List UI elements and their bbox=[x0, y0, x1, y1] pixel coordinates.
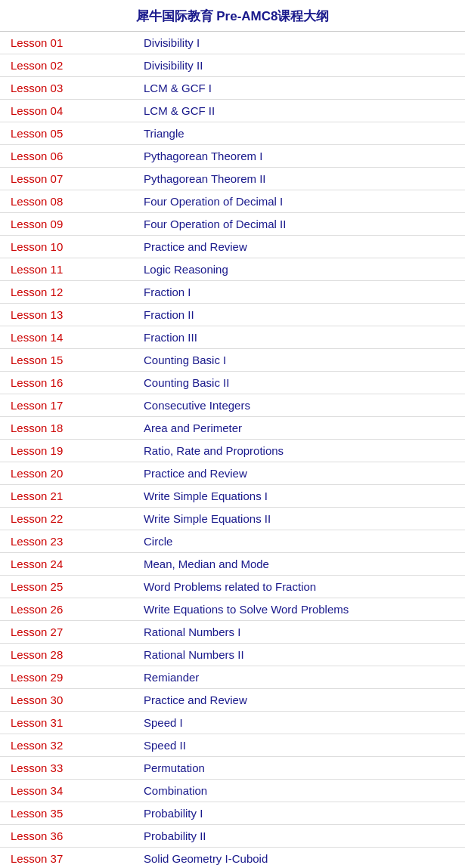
lesson-topic: Area and Perimeter bbox=[136, 417, 465, 440]
lesson-number: Lesson 26 bbox=[0, 598, 136, 621]
table-row: Lesson 13Fraction II bbox=[0, 304, 465, 326]
lesson-topic: LCM & GCF I bbox=[136, 77, 465, 100]
lesson-number: Lesson 18 bbox=[0, 417, 136, 440]
lesson-number: Lesson 05 bbox=[0, 122, 136, 145]
table-row: Lesson 28Rational Numbers II bbox=[0, 644, 465, 666]
lesson-number: Lesson 36 bbox=[0, 825, 136, 848]
lesson-number: Lesson 34 bbox=[0, 780, 136, 802]
table-row: Lesson 06Pythagorean Theorem I bbox=[0, 145, 465, 168]
lesson-topic: Triangle bbox=[136, 122, 465, 145]
lesson-number: Lesson 08 bbox=[0, 190, 136, 213]
lesson-topic: Rational Numbers II bbox=[136, 644, 465, 666]
table-row: Lesson 19Ratio, Rate and Proprotions bbox=[0, 440, 465, 462]
lesson-topic: Write Equations to Solve Word Problems bbox=[136, 598, 465, 621]
lesson-number: Lesson 31 bbox=[0, 712, 136, 734]
table-row: Lesson 26Write Equations to Solve Word P… bbox=[0, 598, 465, 621]
table-row: Lesson 21Write Simple Equations I bbox=[0, 485, 465, 508]
table-row: Lesson 01Divisibility I bbox=[0, 32, 465, 54]
table-row: Lesson 30Practice and Review bbox=[0, 689, 465, 712]
lesson-topic: Speed II bbox=[136, 734, 465, 757]
lesson-number: Lesson 11 bbox=[0, 258, 136, 281]
lesson-number: Lesson 23 bbox=[0, 530, 136, 553]
lesson-topic: Circle bbox=[136, 530, 465, 553]
table-row: Lesson 20Practice and Review bbox=[0, 462, 465, 485]
lesson-topic: Four Operation of Decimal I bbox=[136, 190, 465, 213]
lesson-topic: Rational Numbers I bbox=[136, 621, 465, 644]
table-row: Lesson 05Triangle bbox=[0, 122, 465, 145]
lesson-number: Lesson 21 bbox=[0, 485, 136, 508]
lesson-topic: Fraction II bbox=[136, 304, 465, 326]
lesson-number: Lesson 28 bbox=[0, 644, 136, 666]
table-row: Lesson 37Solid Geometry I-Cuboid bbox=[0, 848, 465, 869]
lesson-topic: Write Simple Equations II bbox=[136, 508, 465, 530]
lesson-topic: Ratio, Rate and Proprotions bbox=[136, 440, 465, 462]
table-row: Lesson 34Combination bbox=[0, 780, 465, 802]
lesson-topic: Four Operation of Decimal II bbox=[136, 213, 465, 236]
table-row: Lesson 08Four Operation of Decimal I bbox=[0, 190, 465, 213]
lesson-topic: Speed I bbox=[136, 712, 465, 734]
lesson-number: Lesson 07 bbox=[0, 168, 136, 190]
lesson-topic: Divisibility II bbox=[136, 54, 465, 77]
table-row: Lesson 18Area and Perimeter bbox=[0, 417, 465, 440]
lesson-topic: LCM & GCF II bbox=[136, 100, 465, 122]
lesson-topic: Probability II bbox=[136, 825, 465, 848]
table-row: Lesson 10Practice and Review bbox=[0, 236, 465, 258]
lesson-number: Lesson 27 bbox=[0, 621, 136, 644]
lesson-number: Lesson 17 bbox=[0, 394, 136, 417]
table-row: Lesson 04LCM & GCF II bbox=[0, 100, 465, 122]
table-row: Lesson 02Divisibility II bbox=[0, 54, 465, 77]
lesson-number: Lesson 30 bbox=[0, 689, 136, 712]
lesson-topic: Combination bbox=[136, 780, 465, 802]
lesson-number: Lesson 06 bbox=[0, 145, 136, 168]
lesson-topic: Mean, Median and Mode bbox=[136, 553, 465, 576]
table-row: Lesson 31Speed I bbox=[0, 712, 465, 734]
table-row: Lesson 35Probability I bbox=[0, 802, 465, 825]
lesson-number: Lesson 04 bbox=[0, 100, 136, 122]
lesson-number: Lesson 29 bbox=[0, 666, 136, 689]
lesson-topic: Practice and Review bbox=[136, 236, 465, 258]
lesson-number: Lesson 03 bbox=[0, 77, 136, 100]
page-title: 犀牛国际教育 Pre-AMC8课程大纲 bbox=[0, 0, 465, 32]
lesson-topic: Fraction I bbox=[136, 281, 465, 304]
lesson-number: Lesson 12 bbox=[0, 281, 136, 304]
lesson-number: Lesson 10 bbox=[0, 236, 136, 258]
lesson-topic: Probability I bbox=[136, 802, 465, 825]
lesson-number: Lesson 01 bbox=[0, 32, 136, 54]
table-row: Lesson 36Probability II bbox=[0, 825, 465, 848]
lesson-number: Lesson 37 bbox=[0, 848, 136, 869]
lesson-number: Lesson 33 bbox=[0, 757, 136, 780]
lesson-topic: Practice and Review bbox=[136, 689, 465, 712]
lesson-number: Lesson 14 bbox=[0, 326, 136, 349]
lesson-number: Lesson 35 bbox=[0, 802, 136, 825]
table-row: Lesson 22Write Simple Equations II bbox=[0, 508, 465, 530]
lesson-number: Lesson 25 bbox=[0, 576, 136, 598]
lesson-topic: Logic Reasoning bbox=[136, 258, 465, 281]
lesson-table: Lesson 01Divisibility ILesson 02Divisibi… bbox=[0, 32, 465, 868]
lesson-number: Lesson 20 bbox=[0, 462, 136, 485]
lesson-topic: Counting Basic II bbox=[136, 372, 465, 394]
table-row: Lesson 15Counting Basic I bbox=[0, 349, 465, 372]
lesson-topic: Practice and Review bbox=[136, 462, 465, 485]
lesson-topic: Permutation bbox=[136, 757, 465, 780]
lesson-number: Lesson 19 bbox=[0, 440, 136, 462]
lesson-number: Lesson 13 bbox=[0, 304, 136, 326]
lesson-number: Lesson 16 bbox=[0, 372, 136, 394]
lesson-topic: Fraction III bbox=[136, 326, 465, 349]
lesson-topic: Divisibility I bbox=[136, 32, 465, 54]
lesson-number: Lesson 22 bbox=[0, 508, 136, 530]
lesson-number: Lesson 24 bbox=[0, 553, 136, 576]
table-row: Lesson 11Logic Reasoning bbox=[0, 258, 465, 281]
table-row: Lesson 27Rational Numbers I bbox=[0, 621, 465, 644]
lesson-topic: Write Simple Equations I bbox=[136, 485, 465, 508]
table-row: Lesson 03LCM & GCF I bbox=[0, 77, 465, 100]
table-row: Lesson 25Word Problems related to Fracti… bbox=[0, 576, 465, 598]
table-row: Lesson 14Fraction III bbox=[0, 326, 465, 349]
lesson-topic: Pythagorean Theorem I bbox=[136, 145, 465, 168]
table-row: Lesson 09Four Operation of Decimal II bbox=[0, 213, 465, 236]
table-row: Lesson 24Mean, Median and Mode bbox=[0, 553, 465, 576]
lesson-topic: Word Problems related to Fraction bbox=[136, 576, 465, 598]
lesson-topic: Remiander bbox=[136, 666, 465, 689]
table-row: Lesson 17Consecutive Integers bbox=[0, 394, 465, 417]
table-row: Lesson 07Pythagorean Theorem II bbox=[0, 168, 465, 190]
lesson-number: Lesson 32 bbox=[0, 734, 136, 757]
